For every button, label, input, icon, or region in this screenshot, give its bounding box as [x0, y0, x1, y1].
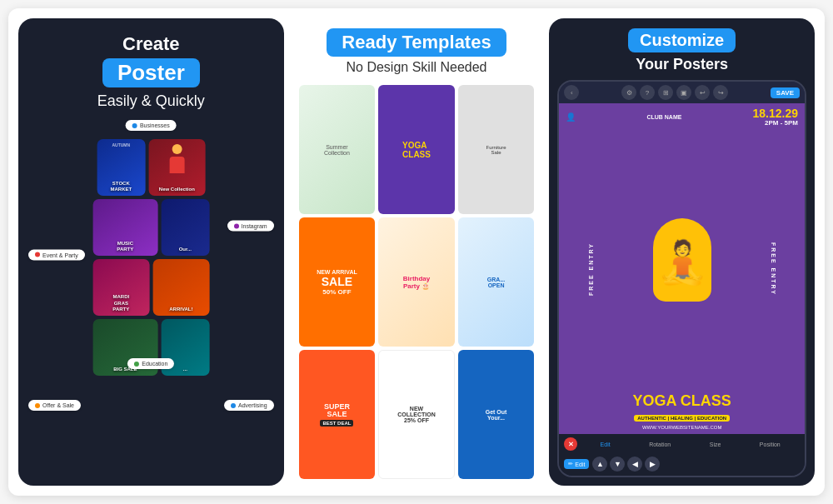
arrow-down-button[interactable]: ▼	[610, 457, 625, 472]
layers-icon[interactable]: ⊞	[658, 85, 673, 100]
pill-education: Education	[127, 358, 174, 369]
template-furniture: FurnitureSale	[458, 85, 535, 214]
create-label: Create	[122, 33, 179, 55]
free-entry-left: FREE ENTRY	[588, 242, 594, 295]
template-get-out: Get OutYour...	[458, 350, 535, 479]
tab-edit[interactable]: Edit	[601, 442, 611, 447]
pill-event-party: Event & Party	[28, 249, 85, 260]
panel-customize: Customize Your Posters ‹ ⚙ ? ⊞ ▣ ↩ ↪ SAV…	[549, 18, 815, 486]
redo-icon[interactable]: ↪	[713, 85, 728, 100]
tab-size[interactable]: Size	[710, 442, 721, 447]
your-posters-label: Your Posters	[636, 56, 728, 73]
phone-toolbar: ‹ ⚙ ? ⊞ ▣ ↩ ↪ SAVE	[559, 82, 805, 103]
poster-badge: Poster	[102, 58, 200, 87]
customize-badge: Customize	[628, 28, 736, 52]
main-container: Create Poster Easily & Quickly Businesse…	[8, 8, 825, 496]
card-arrival: ARRIVAL!	[152, 259, 209, 316]
arrow-right-button[interactable]: ▶	[645, 457, 660, 472]
bottom-arrows-row: ✏ Edit ▲ ▼ ◀ ▶	[559, 454, 805, 476]
dot-icon	[132, 123, 137, 128]
club-name: CLUB NAME	[646, 114, 681, 120]
template-floral: SummerCollection	[299, 85, 376, 214]
arrow-buttons: ▲ ▼ ◀ ▶	[592, 457, 660, 472]
help-icon[interactable]: ?	[640, 85, 655, 100]
edit-small-button[interactable]: ✏ Edit	[564, 459, 589, 469]
pencil-icon: ✏	[568, 461, 573, 467]
close-button[interactable]: ✕	[564, 437, 577, 451]
templates-grid: SummerCollection YOGACLASS FurnitureSale…	[292, 82, 541, 486]
pill-instagram: Instagram	[227, 221, 274, 232]
website: WWW.YOURWEBSITENAME.COM	[633, 425, 731, 430]
panel2-header: Ready Templates No Design Skill Needed	[292, 18, 541, 82]
dot-icon	[35, 403, 40, 408]
template-new-collection: NEWCOLLECTION25% OFF	[378, 350, 455, 479]
pill-businesses: Businesses	[126, 120, 177, 131]
tab-rotation[interactable]: Rotation	[649, 442, 671, 447]
save-button[interactable]: SAVE	[771, 87, 800, 98]
bottom-tabs: Edit Rotation Size Position	[581, 442, 800, 447]
phone-bottom-bar: ✕ Edit Rotation Size Position	[559, 434, 805, 454]
no-design-text: No Design Skill Needed	[347, 60, 487, 75]
template-sale: NEW ARRIVAL SALE 50% OFF	[299, 217, 376, 347]
yoga-text: YOGACLASS	[402, 141, 431, 159]
fill-icon[interactable]: ▣	[676, 85, 691, 100]
pill-offer-sale: Offer & Sale	[28, 400, 81, 411]
dot-icon	[231, 403, 236, 408]
pill-advertising: Advertising	[224, 400, 274, 411]
settings-icon[interactable]: ⚙	[621, 85, 636, 100]
date-time: 18.12.29 2PM - 5PM	[753, 107, 799, 127]
card-our: Our...	[161, 199, 209, 256]
poster-top: 👤 CLUB NAME 18.12.29 2PM - 5PM	[559, 103, 805, 131]
dot-icon	[35, 252, 40, 257]
poster-bottom: YOGA CLASS AUTHENTIC | HEALING | EDUCATI…	[626, 389, 738, 434]
template-yoga-class: YOGACLASS	[378, 85, 455, 214]
tagline: AUTHENTIC | HEALING | EDUCATION	[634, 415, 730, 422]
poster-icon: 👤	[566, 112, 576, 122]
card-mardi-gras: MARDIGRASPARTY	[92, 259, 149, 316]
panel-create-poster: Create Poster Easily & Quickly Businesse…	[18, 18, 284, 486]
yoga-class-title: YOGA CLASS	[633, 393, 731, 408]
card-person: New Collection	[148, 139, 205, 196]
card-stock-market: AUTUMN STOCKMARKET	[97, 139, 145, 196]
phone-mockup: ‹ ⚙ ? ⊞ ▣ ↩ ↪ SAVE FREE ENTRY FREE ENTRY…	[557, 80, 806, 477]
template-super-sale: SUPERSALE BEST DEAL	[299, 350, 376, 479]
poster-image-area	[653, 131, 711, 389]
easily-label: Easily & Quickly	[97, 92, 205, 110]
time-value: 2PM - 5PM	[753, 119, 799, 127]
panel-ready-templates: Ready Templates No Design Skill Needed S…	[292, 18, 541, 486]
arrow-up-button[interactable]: ▲	[592, 457, 607, 472]
ready-badge: Ready Templates	[327, 28, 506, 57]
dot-icon	[134, 362, 139, 367]
toolbar-icons: ⚙ ? ⊞ ▣ ↩ ↪	[621, 85, 728, 100]
back-icon[interactable]: ‹	[564, 85, 579, 100]
arrow-icon[interactable]: ↩	[695, 85, 710, 100]
yoga-poster: FREE ENTRY FREE ENTRY 👤 CLUB NAME 18.12.…	[559, 103, 805, 434]
dot-icon	[234, 223, 239, 228]
tab-position[interactable]: Position	[760, 442, 781, 447]
card-music-party: MUSICPARTY	[92, 199, 157, 256]
free-entry-right: FREE ENTRY	[770, 242, 776, 295]
arrow-left-button[interactable]: ◀	[627, 457, 642, 472]
template-arrival: GRA...OPEN	[458, 217, 535, 347]
template-birthday: BirthdayParty 🎂	[378, 217, 455, 347]
yoga-figure	[653, 218, 711, 302]
date-value: 18.12.29	[753, 107, 799, 119]
